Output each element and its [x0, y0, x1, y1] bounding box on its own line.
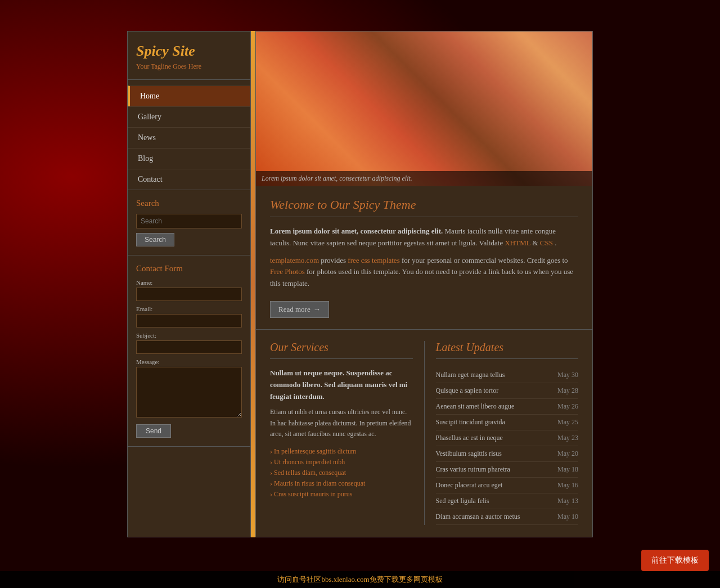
- hero-image: Lorem ipsum dolor sit amet, consectetur …: [256, 32, 592, 186]
- update-date: May 30: [557, 371, 578, 379]
- services-list: In pellentesque sagittis dictumUt rhoncu…: [270, 446, 413, 500]
- update-item: Donec placerat arcu egetMay 16: [436, 478, 579, 493]
- email-label: Email:: [136, 306, 242, 312]
- free-photos-link[interactable]: Free Photos: [270, 267, 305, 276]
- update-date: May 20: [557, 450, 578, 458]
- nav-item-home[interactable]: Home: [128, 86, 250, 106]
- update-item: Aenean sit amet libero augueMay 26: [436, 399, 579, 415]
- contact-form-section: Contact Form Name: Email: Subject: Messa…: [128, 255, 250, 447]
- update-date: May 28: [557, 387, 578, 395]
- update-item: Phasellus ac est in nequeMay 23: [436, 430, 579, 446]
- update-item: Diam accumsan a auctor metusMay 10: [436, 509, 579, 525]
- service-item: In pellentesque sagittis dictum: [270, 446, 413, 457]
- nav-item-news[interactable]: News: [128, 127, 250, 148]
- two-col-section: Our Services Nullam ut neque neque. Susp…: [256, 330, 592, 536]
- update-text: Nullam eget magna tellus: [436, 371, 505, 379]
- service-item: Cras suscipit mauris in purus: [270, 489, 413, 500]
- xhtml-link[interactable]: XHTML: [505, 239, 530, 247]
- css-link[interactable]: CSS: [540, 239, 553, 247]
- updates-list: Nullam eget magna tellusMay 30Quisque a …: [436, 367, 579, 525]
- contact-form-heading: Contact Form: [136, 264, 242, 273]
- nav-menu: HomeGalleryNewsBlogContact: [128, 86, 250, 190]
- update-text: Aenean sit amet libero augue: [436, 402, 515, 411]
- services-intro: Nullam ut neque neque. Suspendisse ac co…: [270, 367, 413, 402]
- search-button[interactable]: Search: [136, 233, 174, 246]
- update-text: Diam accumsan a auctor metus: [436, 513, 520, 521]
- updates-column: Latest Updates Nullam eget magna tellusM…: [425, 341, 579, 525]
- welcome-body1-end: for photos used in this template. You do…: [270, 267, 573, 288]
- update-text: Cras varius rutrum pharetra: [436, 465, 510, 474]
- arrow-icon: →: [313, 305, 321, 314]
- main-content: Lorem ipsum dolor sit amet, consectetur …: [255, 31, 593, 537]
- welcome-period: .: [555, 239, 556, 247]
- update-item: Cras varius rutrum pharetraMay 18: [436, 462, 579, 478]
- email-input[interactable]: [136, 314, 242, 327]
- welcome-heading: Welcome to Our Spicy Theme: [270, 198, 578, 217]
- search-section: Search Search: [128, 190, 250, 255]
- update-item: Suscipit tincidunt gravidaMay 25: [436, 415, 579, 430]
- update-date: May 18: [557, 465, 578, 474]
- orange-divider: [251, 31, 255, 537]
- search-input[interactable]: [136, 214, 242, 228]
- free-css-link[interactable]: free css templates: [348, 256, 399, 264]
- subject-input[interactable]: [136, 340, 242, 354]
- name-label: Name:: [136, 279, 242, 286]
- read-more-button[interactable]: Read more →: [270, 301, 329, 318]
- welcome-text: Lorem ipsum dolor sit amet, consectetur …: [270, 226, 578, 290]
- logo-area: Spicy Site Your Tagline Goes Here: [128, 32, 250, 80]
- update-item: Sed eget ligula felisMay 13: [436, 493, 579, 509]
- nav-item-blog[interactable]: Blog: [128, 148, 250, 169]
- update-text: Suscipit tincidunt gravida: [436, 418, 505, 427]
- welcome-body1-rest: for your personal or commercial websites…: [402, 256, 568, 264]
- update-text: Vestibulum sagittis risus: [436, 450, 502, 458]
- update-item: Quisque a sapien tortorMay 28: [436, 383, 579, 399]
- update-item: Vestibulum sagittis risusMay 20: [436, 446, 579, 462]
- update-date: May 13: [557, 497, 578, 505]
- welcome-body1-mid: provides: [321, 256, 348, 264]
- welcome-para-2: templatemo.com provides free css templat…: [270, 255, 578, 290]
- update-item: Nullam eget magna tellusMay 30: [436, 367, 579, 383]
- welcome-amp: &: [532, 239, 539, 247]
- send-button[interactable]: Send: [136, 424, 171, 438]
- update-text: Donec placerat arcu eget: [436, 481, 503, 490]
- subject-label: Subject:: [136, 332, 242, 339]
- read-more-label: Read more: [278, 305, 310, 314]
- search-heading: Search: [136, 199, 242, 208]
- service-item: Ut rhoncus imperdiet nibh: [270, 457, 413, 468]
- update-date: May 10: [557, 513, 578, 521]
- templatemo-link[interactable]: templatemo.com: [270, 256, 319, 264]
- hero-caption: Lorem ipsum dolor sit amet, consectetur …: [256, 171, 592, 186]
- watermark: 访问血号社区bbs.xlenlao.com免费下载更多网页模板: [0, 571, 720, 588]
- message-textarea[interactable]: [136, 367, 242, 418]
- update-text: Sed eget ligula felis: [436, 497, 489, 505]
- update-date: May 23: [557, 434, 578, 442]
- nav-item-gallery[interactable]: Gallery: [128, 106, 250, 127]
- sidebar: Spicy Site Your Tagline Goes Here HomeGa…: [127, 31, 251, 537]
- download-button[interactable]: 前往下载模板: [641, 550, 709, 571]
- message-label: Message:: [136, 358, 242, 365]
- updates-heading: Latest Updates: [436, 341, 579, 359]
- services-body: Etiam ut nibh et urna cursus ultricies n…: [270, 407, 413, 439]
- services-column: Our Services Nullam ut neque neque. Susp…: [270, 341, 425, 525]
- welcome-section: Welcome to Our Spicy Theme Lorem ipsum d…: [256, 186, 592, 330]
- welcome-para-1: Lorem ipsum dolor sit amet, consectetur …: [270, 226, 578, 249]
- welcome-intro-bold: Lorem ipsum dolor sit amet, consectetur …: [270, 227, 443, 235]
- update-text: Phasellus ac est in neque: [436, 434, 503, 442]
- hero-image-inner: [256, 32, 592, 186]
- nav-item-contact[interactable]: Contact: [128, 169, 250, 190]
- update-date: May 25: [557, 418, 578, 427]
- name-input[interactable]: [136, 288, 242, 301]
- service-item: Sed tellus diam, consequat: [270, 468, 413, 478]
- service-item: Mauris in risus in diam consequat: [270, 478, 413, 489]
- update-date: May 16: [557, 481, 578, 490]
- site-title: Spicy Site: [136, 43, 242, 60]
- update-date: May 26: [557, 402, 578, 411]
- site-tagline: Your Tagline Goes Here: [136, 62, 242, 71]
- services-heading: Our Services: [270, 341, 413, 359]
- update-text: Quisque a sapien tortor: [436, 387, 499, 395]
